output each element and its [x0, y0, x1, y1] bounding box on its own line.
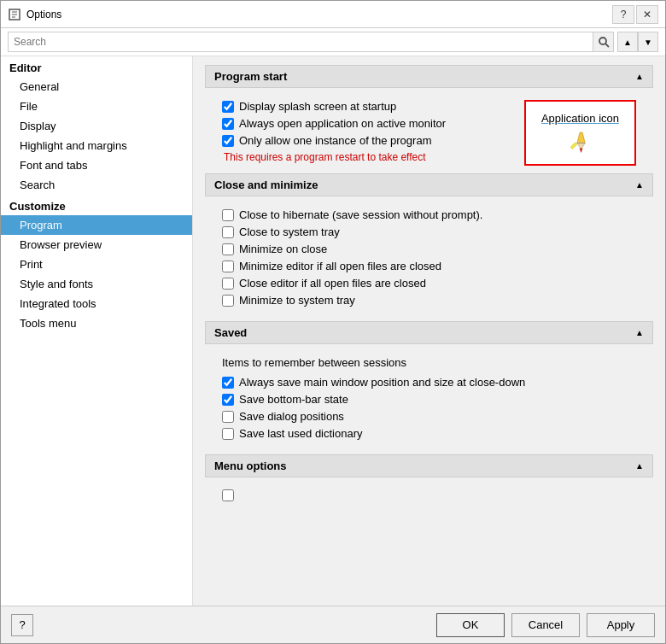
window-icon: [8, 8, 21, 21]
program-start-header[interactable]: Program start ▲: [205, 65, 653, 88]
nav-arrows: ▲ ▼: [617, 32, 658, 52]
sidebar-item-highlight[interactable]: Highlight and margins: [1, 136, 192, 155]
close-nofiles-row: Close editor if all open files are close…: [222, 277, 645, 290]
program-start-arrow: ▲: [635, 72, 644, 81]
program-start-title: Program start: [214, 70, 287, 83]
save-bottombar-row: Save bottom-bar state: [222, 393, 645, 406]
sidebar-item-display[interactable]: Display: [1, 116, 192, 136]
sidebar-item-general[interactable]: General: [1, 77, 192, 97]
saved-title: Saved: [214, 326, 247, 339]
system-tray-checkbox[interactable]: [222, 226, 234, 238]
hibernate-row: Close to hibernate (save session without…: [222, 208, 645, 221]
save-dictionary-checkbox[interactable]: [222, 428, 234, 440]
saved-description: Items to remember between sessions: [222, 356, 645, 369]
options-main-area: Program start ▲ Application icon: [193, 56, 665, 606]
bottom-left: ?: [11, 614, 33, 636]
saved-arrow: ▲: [635, 328, 644, 337]
apply-button[interactable]: Apply: [587, 613, 655, 637]
customize-section-label: Customize: [1, 195, 192, 215]
window-title: Options: [26, 9, 612, 20]
minimize-nofiles-label: Minimize editor if all open files are cl…: [239, 260, 441, 272]
minimize-close-label: Minimize on close: [239, 243, 327, 255]
main-content: Editor General File Display Highlight an…: [1, 56, 665, 606]
svg-rect-6: [571, 143, 578, 149]
single-instance-row: Only allow one instance of the program: [222, 134, 490, 147]
save-dictionary-row: Save last used dictionary: [222, 427, 645, 440]
options-window: Options ? ✕ ▲ ▼ Editor General File Disp…: [0, 0, 666, 644]
svg-marker-9: [580, 149, 582, 153]
bottom-bar: ? OK Cancel Apply: [1, 606, 665, 643]
app-icon-box: Application icon: [524, 100, 636, 166]
save-bottombar-checkbox[interactable]: [222, 394, 234, 406]
svg-marker-7: [577, 132, 585, 143]
active-monitor-row: Always open application on active monito…: [222, 117, 490, 130]
minimize-nofiles-checkbox[interactable]: [222, 261, 234, 272]
menu-options-content: [205, 484, 653, 516]
save-window-checkbox[interactable]: [222, 377, 234, 389]
saved-header[interactable]: Saved ▲: [205, 321, 653, 344]
save-dictionary-label: Save last used dictionary: [239, 427, 363, 440]
titlebar-buttons: ? ✕: [612, 5, 658, 24]
system-tray-label: Close to system tray: [239, 225, 340, 238]
system-tray-row: Close to system tray: [222, 225, 645, 238]
sidebar-item-file[interactable]: File: [1, 97, 192, 116]
menu-partial-checkbox[interactable]: [222, 489, 234, 501]
nav-up-button[interactable]: ▲: [617, 32, 638, 52]
menu-options-title: Menu options: [214, 460, 287, 472]
close-nofiles-label: Close editor if all open files are close…: [239, 277, 426, 290]
svg-line-5: [605, 44, 609, 47]
sidebar-item-style[interactable]: Style and fonts: [1, 274, 192, 294]
search-button[interactable]: [593, 32, 614, 52]
single-instance-label: Only allow one instance of the program: [239, 134, 431, 147]
svg-point-4: [599, 38, 606, 44]
nav-down-button[interactable]: ▼: [638, 32, 658, 52]
program-start-content: Application icon Display splash screen a…: [205, 95, 653, 173]
cancel-button[interactable]: Cancel: [511, 613, 580, 637]
close-minimize-arrow: ▲: [635, 180, 644, 190]
sidebar: Editor General File Display Highlight an…: [1, 56, 193, 606]
sidebar-item-program[interactable]: Program: [1, 215, 192, 235]
minimize-tray-label: Minimize to system tray: [239, 294, 355, 307]
sidebar-item-tools[interactable]: Tools menu: [1, 313, 192, 333]
saved-content: Items to remember between sessions Alway…: [205, 351, 653, 454]
active-monitor-checkbox[interactable]: [222, 118, 234, 130]
active-monitor-label: Always open application on active monito…: [239, 117, 446, 130]
menu-options-header[interactable]: Menu options ▲: [205, 454, 653, 477]
search-input[interactable]: [8, 32, 593, 52]
minimize-nofiles-row: Minimize editor if all open files are cl…: [222, 260, 645, 272]
minimize-tray-row: Minimize to system tray: [222, 294, 645, 307]
titlebar: Options ? ✕: [1, 1, 665, 28]
close-nofiles-checkbox[interactable]: [222, 278, 234, 290]
splash-screen-checkbox[interactable]: [222, 101, 234, 113]
minimize-close-row: Minimize on close: [222, 243, 645, 255]
save-window-row: Always save main window position and siz…: [222, 376, 645, 389]
menu-partial-row: [222, 489, 645, 501]
help-button[interactable]: ?: [11, 614, 33, 636]
save-dialogs-checkbox[interactable]: [222, 411, 234, 423]
single-instance-checkbox[interactable]: [222, 135, 234, 147]
hibernate-checkbox[interactable]: [222, 209, 234, 221]
close-titlebar-button[interactable]: ✕: [636, 5, 658, 24]
save-dialogs-label: Save dialog positions: [239, 410, 344, 423]
app-icon-label: Application icon: [541, 112, 619, 125]
pencil-icon: [568, 130, 592, 154]
sidebar-item-print[interactable]: Print: [1, 255, 192, 274]
sidebar-item-font[interactable]: Font and tabs: [1, 155, 192, 175]
close-minimize-header[interactable]: Close and minimize ▲: [205, 173, 653, 196]
sidebar-item-browser[interactable]: Browser preview: [1, 235, 192, 255]
save-dialogs-row: Save dialog positions: [222, 410, 645, 423]
save-window-label: Always save main window position and siz…: [239, 376, 525, 389]
close-minimize-title: Close and minimize: [214, 179, 318, 191]
hibernate-label: Close to hibernate (save session without…: [239, 208, 482, 221]
sidebar-item-integrated[interactable]: Integrated tools: [1, 294, 192, 313]
minimize-tray-checkbox[interactable]: [222, 295, 234, 307]
sidebar-item-search[interactable]: Search: [1, 175, 192, 195]
save-bottombar-label: Save bottom-bar state: [239, 393, 348, 406]
minimize-close-checkbox[interactable]: [222, 243, 234, 255]
menu-options-arrow: ▲: [635, 461, 644, 471]
help-titlebar-button[interactable]: ?: [612, 5, 634, 24]
search-bar: ▲ ▼: [1, 28, 665, 56]
close-minimize-content: Close to hibernate (save session without…: [205, 203, 653, 321]
ok-button[interactable]: OK: [436, 613, 505, 637]
splash-screen-label: Display splash screen at startup: [239, 100, 396, 113]
